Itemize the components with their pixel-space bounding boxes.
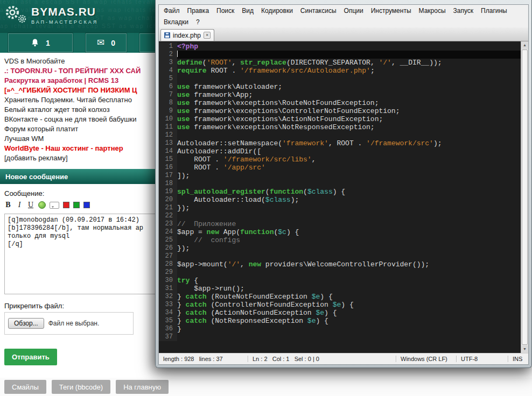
send-button[interactable]: Отправить bbox=[4, 349, 57, 365]
code-line-29[interactable]: 29 bbox=[159, 268, 521, 277]
menu-item-3[interactable]: Вид bbox=[238, 6, 257, 16]
code-line-19[interactable]: 19spl_autoload_register(function($class)… bbox=[159, 188, 521, 196]
code-line-9[interactable]: 9use framework\exceptions\ControllerNotF… bbox=[159, 107, 521, 115]
menu-item-4[interactable]: Кодировки bbox=[257, 6, 297, 16]
line-number: 25 bbox=[159, 236, 177, 244]
alerts-button[interactable]: 1 bbox=[8, 33, 73, 53]
ad-link[interactable]: .: TOPORN.RU - ТОП РЕЙТИНГ XXX САЙ bbox=[4, 66, 166, 76]
alerts-count: 1 bbox=[46, 39, 50, 47]
code-line-34[interactable]: 34} catch (ActionNotFoundException $e) { bbox=[159, 309, 521, 317]
smiley-icon[interactable] bbox=[38, 201, 46, 209]
code-line-10[interactable]: 10use framework\exceptions\ActionNotFoun… bbox=[159, 115, 521, 123]
ad-link[interactable]: Хранитель Подземки. Читай бесплатно bbox=[4, 95, 166, 105]
menu-item-0[interactable]: Файл bbox=[160, 6, 184, 16]
menu-item-1[interactable]: Правка bbox=[184, 6, 213, 16]
status-eol[interactable]: Windows (CR LF) bbox=[396, 356, 456, 362]
code-line-3[interactable]: 3define('ROOT', str_replace(DIRECTORY_SE… bbox=[159, 59, 521, 67]
code-line-4[interactable]: 4require ROOT . '/framework/src/Autoload… bbox=[159, 67, 521, 75]
code-text: $app->run(); bbox=[177, 285, 521, 293]
code-line-1[interactable]: 1<?php bbox=[159, 43, 521, 51]
status-bar: length : 928 lines : 37 Ln : 2 Col : 1 S… bbox=[159, 353, 528, 364]
code-line-33[interactable]: 33} catch (ControllerNotFoundException $… bbox=[159, 301, 521, 309]
code-line-25[interactable]: 25 // configs bbox=[159, 236, 521, 244]
menu-item-0[interactable]: Вкладки bbox=[160, 17, 192, 27]
code-line-8[interactable]: 8use framework\exceptions\RouteNotFoundE… bbox=[159, 99, 521, 107]
status-encoding[interactable]: UTF-8 bbox=[456, 356, 508, 362]
scrollbar-thumb[interactable] bbox=[522, 49, 528, 345]
ad-link[interactable]: [»^_^ГИБКИЙ ХОСТИНГ ПО НИЗКИМ Ц bbox=[4, 86, 166, 95]
code-line-6[interactable]: 6use framework\Autoloader; bbox=[159, 83, 521, 91]
ad-link[interactable]: WorldByte - Наш хостинг - партнер bbox=[4, 144, 166, 153]
ad-link[interactable]: ВКонтакте - соцка не для твоей бабушки bbox=[4, 115, 166, 124]
code-line-2[interactable]: 2 bbox=[159, 51, 521, 59]
code-text bbox=[177, 131, 521, 139]
line-number: 13 bbox=[159, 139, 177, 147]
code-line-30[interactable]: 30try { bbox=[159, 277, 521, 285]
bold-button[interactable]: B bbox=[4, 201, 12, 209]
code-line-24[interactable]: 24$app = new App(function($c) { bbox=[159, 228, 521, 236]
code-line-14[interactable]: 14Autoloader::addDir([ bbox=[159, 147, 521, 155]
ad-link[interactable]: Белый каталог ждет твой колхоз bbox=[4, 105, 166, 115]
code-text: define('ROOT', str_replace(DIRECTORY_SEP… bbox=[177, 59, 521, 67]
code-line-27[interactable]: 27 bbox=[159, 252, 521, 260]
code-line-17[interactable]: 17]); bbox=[159, 172, 521, 180]
scroll-down-icon[interactable]: ▼ bbox=[521, 345, 528, 353]
bbcode-tags-button[interactable]: Теги (bbcode) bbox=[52, 380, 110, 394]
code-line-23[interactable]: 23// Приложение bbox=[159, 220, 521, 228]
code-line-28[interactable]: 28$app->mount('/', new providers\Welcome… bbox=[159, 260, 521, 268]
menu-item-9[interactable]: Запуск bbox=[450, 6, 478, 16]
messages-button[interactable]: ✉ 0 bbox=[85, 33, 127, 53]
code-editor[interactable]: 1<?php23define('ROOT', str_replace(DIREC… bbox=[159, 41, 528, 353]
code-line-16[interactable]: 16 ROOT . '/app/src' bbox=[159, 164, 521, 172]
messages-count: 0 bbox=[111, 39, 115, 47]
color-red-button[interactable] bbox=[63, 202, 69, 208]
menu-item-8[interactable]: Макросы bbox=[415, 6, 450, 16]
ad-link[interactable]: [добавить рекламу] bbox=[4, 153, 166, 163]
menu-item-10[interactable]: Плагины bbox=[477, 6, 511, 16]
code-line-26[interactable]: 26}); bbox=[159, 244, 521, 252]
code-line-18[interactable]: 18 bbox=[159, 180, 521, 188]
home-button[interactable]: На главную bbox=[116, 380, 169, 394]
notepad-window: ФайлПравкаПоискВидКодировкиСинтаксисыОпц… bbox=[155, 0, 532, 368]
color-blue-button[interactable] bbox=[83, 202, 90, 208]
ad-link[interactable]: VDS в Многобайте bbox=[4, 56, 166, 66]
code-line-15[interactable]: 15 ROOT . '/framework/src/libs', bbox=[159, 155, 521, 164]
tab-index-php[interactable]: index.php × bbox=[160, 29, 214, 41]
menu-item-5[interactable]: Синтаксисы bbox=[297, 6, 340, 16]
site-title: BYMAS.RU bbox=[31, 5, 98, 18]
code-line-32[interactable]: 32} catch (RouteNotFoundException $e) { bbox=[159, 293, 521, 301]
code-line-22[interactable]: 22 bbox=[159, 212, 521, 220]
menu-item-2[interactable]: Поиск bbox=[213, 6, 238, 16]
code-line-21[interactable]: 21}); bbox=[159, 204, 521, 212]
code-line-20[interactable]: 20 Autoloader::load($class); bbox=[159, 196, 521, 204]
menu-item-1[interactable]: ? bbox=[192, 17, 204, 27]
italic-button[interactable]: I bbox=[16, 201, 23, 209]
code-line-13[interactable]: 13Autoloader::setNamespace('framework', … bbox=[159, 139, 521, 147]
underline-button[interactable]: U bbox=[27, 201, 34, 209]
quote-bubble-icon[interactable] bbox=[50, 202, 59, 209]
menu-item-6[interactable]: Опции bbox=[340, 6, 367, 16]
code-line-35[interactable]: 35} catch (NotResponsedException $e) { bbox=[159, 317, 521, 325]
status-insert-mode[interactable]: INS bbox=[508, 356, 528, 362]
tab-close-icon[interactable]: × bbox=[204, 32, 211, 39]
gear-icon bbox=[4, 3, 29, 27]
browse-button[interactable]: Обзор... bbox=[8, 318, 44, 329]
menu-bar-row1: ФайлПравкаПоискВидКодировкиСинтаксисыОпц… bbox=[159, 5, 528, 16]
ad-link[interactable]: Лучшая WM bbox=[4, 134, 166, 144]
line-number: 21 bbox=[159, 204, 177, 212]
code-line-5[interactable]: 5 bbox=[159, 75, 521, 83]
ad-link[interactable]: Форум который платит bbox=[4, 124, 166, 134]
code-line-37[interactable]: 37 bbox=[159, 333, 521, 341]
color-green-button[interactable] bbox=[73, 202, 80, 208]
scroll-up-icon[interactable]: ▲ bbox=[521, 41, 528, 49]
ad-link[interactable]: Раскрутка и заработок | RCMS 13 bbox=[4, 76, 166, 86]
code-line-36[interactable]: 36} bbox=[159, 325, 521, 333]
editor-scrollbar[interactable]: ▲ ▼ bbox=[521, 41, 528, 353]
code-line-12[interactable]: 12 bbox=[159, 131, 521, 139]
code-line-7[interactable]: 7use framework\App; bbox=[159, 91, 521, 99]
menu-item-7[interactable]: Инструменты bbox=[367, 6, 415, 16]
code-line-11[interactable]: 11use framework\exceptions\NotResponsedE… bbox=[159, 123, 521, 131]
line-number: 15 bbox=[159, 155, 177, 164]
smilies-button[interactable]: Смайлы bbox=[4, 380, 46, 394]
code-line-31[interactable]: 31 $app->run(); bbox=[159, 285, 521, 293]
